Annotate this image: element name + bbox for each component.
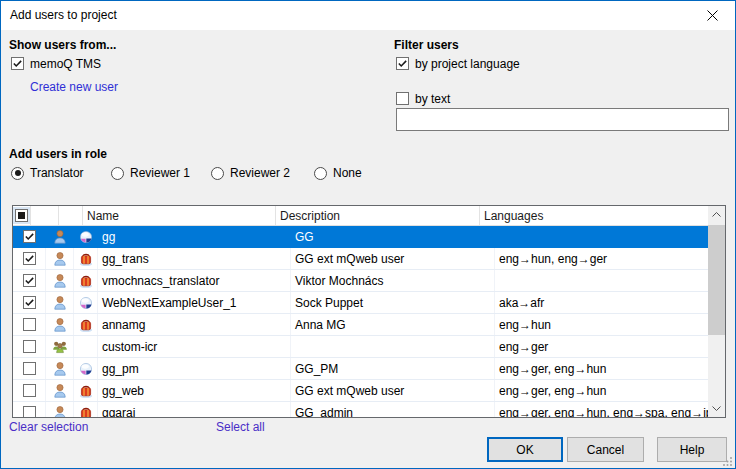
row-checkbox[interactable] — [23, 230, 36, 243]
user-type-icon — [78, 405, 94, 418]
memoq-tms-row: memoQ TMS — [11, 56, 101, 71]
table-row[interactable]: gg_web GG ext mQweb user eng→ger, eng→hu… — [13, 380, 708, 402]
user-type-icon — [78, 229, 94, 245]
user-icon — [52, 251, 68, 267]
scroll-down-button[interactable] — [708, 400, 725, 417]
user-type-icon — [78, 295, 94, 311]
by-text-row: by text — [396, 91, 450, 106]
row-checkbox[interactable] — [23, 318, 36, 331]
user-languages: eng→ger, eng→hun — [495, 358, 708, 379]
dialog-title: Add users to project — [10, 1, 117, 30]
user-icon — [52, 383, 68, 399]
user-languages: eng→ger, eng→hun — [495, 380, 708, 401]
name-column-header[interactable]: Name — [83, 206, 276, 225]
user-languages: eng→hun — [495, 314, 708, 335]
row-checkbox[interactable] — [23, 406, 36, 417]
user-icon — [52, 405, 68, 418]
user-description: Viktor Mochnács — [291, 270, 495, 291]
table-row[interactable]: vmochnacs_translator Viktor Mochnács — [13, 270, 708, 292]
table-row[interactable]: gg_trans GG ext mQweb user eng→hun, eng→… — [13, 248, 708, 270]
user-name: custom-icr — [98, 336, 291, 357]
create-new-user-link[interactable]: Create new user — [30, 80, 118, 94]
user-icon-column-header[interactable] — [31, 206, 59, 225]
user-type-icon — [78, 383, 94, 399]
by-project-language-label: by project language — [415, 57, 520, 71]
user-description: Anna MG — [291, 314, 495, 335]
table-row[interactable]: custom-icr eng→ger — [13, 336, 708, 358]
table-row[interactable]: gg GG — [13, 226, 708, 248]
table-row[interactable]: gg_pm GG_PM eng→ger, eng→hun — [13, 358, 708, 380]
filter-text-input[interactable] — [396, 108, 729, 131]
title-bar: Add users to project — [1, 1, 735, 30]
user-type-column-header[interactable] — [59, 206, 83, 225]
resize-grip[interactable] — [723, 456, 733, 466]
user-type-icon — [78, 361, 94, 377]
user-name: vmochnacs_translator — [98, 270, 291, 291]
table-header: Name Description Languages — [13, 206, 708, 226]
row-checkbox[interactable] — [23, 274, 36, 287]
add-users-dialog: Add users to project Show users from... … — [0, 0, 736, 469]
user-description: GG — [291, 226, 495, 247]
vertical-scrollbar[interactable] — [708, 206, 725, 417]
user-icon — [52, 295, 68, 311]
by-project-language-checkbox[interactable] — [396, 57, 409, 70]
close-button[interactable] — [690, 1, 735, 30]
role-label-3: None — [333, 166, 362, 180]
row-checkbox[interactable] — [23, 384, 36, 397]
cancel-button[interactable]: Cancel — [567, 437, 644, 462]
user-description: Sock Puppet — [291, 292, 495, 313]
row-checkbox[interactable] — [23, 340, 36, 353]
role-label-0: Translator — [30, 166, 84, 180]
by-text-label: by text — [415, 92, 450, 106]
role-radio-0[interactable] — [11, 167, 24, 180]
scrollbar-thumb[interactable] — [708, 225, 725, 335]
user-languages — [495, 270, 708, 291]
user-description: GG_admin — [291, 402, 495, 417]
memoq-tms-label: memoQ TMS — [30, 57, 101, 71]
user-icon — [52, 361, 68, 377]
scroll-up-button[interactable] — [708, 206, 725, 223]
role-option-reviewer2[interactable]: Reviewer 2 — [211, 165, 290, 181]
user-name: gg_pm — [98, 358, 291, 379]
chevron-down-icon — [712, 406, 721, 411]
role-option-translator[interactable]: Translator — [11, 165, 84, 181]
user-name: WebNextExampleUser_1 — [98, 292, 291, 313]
languages-column-header[interactable]: Languages — [480, 206, 708, 225]
user-name: annamg — [98, 314, 291, 335]
ok-button[interactable]: OK — [487, 437, 563, 462]
table-row[interactable]: ggarai GG_admin eng→ger, eng→hun, eng→sp… — [13, 402, 708, 417]
user-name: gg — [98, 226, 291, 247]
select-all-header-cell[interactable] — [13, 206, 31, 225]
add-users-in-role-heading: Add users in role — [9, 147, 107, 161]
users-table: Name Description Languages gg GG gg_tran… — [12, 205, 726, 418]
clear-selection-link[interactable]: Clear selection — [9, 420, 88, 434]
table-row[interactable]: WebNextExampleUser_1 Sock Puppet aka→afr — [13, 292, 708, 314]
chevron-up-icon — [712, 212, 721, 217]
user-description: GG_PM — [291, 358, 495, 379]
role-label-2: Reviewer 2 — [230, 166, 290, 180]
role-options: Translator Reviewer 1 Reviewer 2 None — [1, 165, 735, 181]
by-text-checkbox[interactable] — [396, 92, 409, 105]
user-icon — [52, 273, 68, 289]
select-all-checkbox[interactable] — [15, 209, 28, 222]
row-checkbox[interactable] — [23, 252, 36, 265]
user-description: GG ext mQweb user — [291, 248, 495, 269]
select-all-link[interactable]: Select all — [216, 420, 265, 434]
user-languages: aka→afr — [495, 292, 708, 313]
row-checkbox[interactable] — [23, 362, 36, 375]
table-row[interactable]: annamg Anna MG eng→hun — [13, 314, 708, 336]
filter-users-heading: Filter users — [394, 38, 459, 52]
help-button[interactable]: Help — [657, 437, 727, 462]
role-radio-2[interactable] — [211, 167, 224, 180]
role-option-reviewer1[interactable]: Reviewer 1 — [111, 165, 190, 181]
role-radio-1[interactable] — [111, 167, 124, 180]
role-option-none[interactable]: None — [314, 165, 362, 181]
memoq-tms-checkbox[interactable] — [11, 57, 24, 70]
role-radio-3[interactable] — [314, 167, 327, 180]
description-column-header[interactable]: Description — [276, 206, 480, 225]
user-icon — [52, 229, 68, 245]
user-icon — [52, 317, 68, 333]
row-checkbox[interactable] — [23, 296, 36, 309]
user-icon — [52, 339, 68, 355]
close-icon — [707, 10, 718, 21]
